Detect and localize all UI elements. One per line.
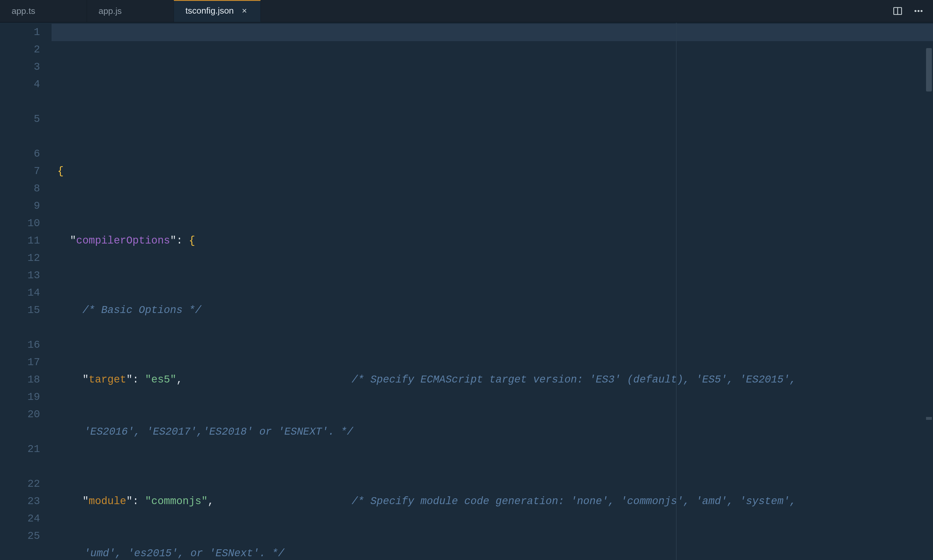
line-number: 22 [0, 475, 40, 493]
scrollbar-mark [926, 417, 932, 420]
svg-point-3 [918, 10, 920, 12]
key-module: module [89, 495, 126, 507]
line-number: 19 [0, 389, 40, 406]
svg-point-4 [921, 10, 922, 12]
key-target: target [89, 374, 126, 386]
comment: 'ES2016', 'ES2017','ES2018' or 'ESNEXT'.… [84, 426, 353, 438]
line-number: 18 [0, 371, 40, 389]
line-number: 15 [0, 302, 40, 319]
more-actions-icon[interactable] [913, 6, 924, 16]
scroll-thumb[interactable] [926, 48, 932, 91]
line-number: 12 [0, 249, 40, 267]
tab-app-js[interactable]: app.js [87, 0, 174, 22]
line-number: 2 [0, 41, 40, 58]
line-number: 9 [0, 197, 40, 215]
comment: /* Specify ECMAScript target version: 'E… [352, 374, 802, 386]
code-content: { "compilerOptions": { /* Basic Options … [52, 111, 916, 560]
line-number: 25 [0, 528, 40, 545]
value-target: "es5" [145, 374, 176, 386]
line-number-gutter: 1234567891011121314151617181920212223242… [0, 23, 52, 560]
line-number: 17 [0, 354, 40, 371]
tab-label: app.js [99, 6, 122, 16]
tabbar-spacer [261, 0, 883, 22]
tab-bar: app.ts app.js tsconfig.json × [0, 0, 933, 23]
line-number: 24 [0, 510, 40, 528]
line-number: 10 [0, 215, 40, 232]
current-line-highlight [52, 24, 933, 41]
tab-label: app.ts [12, 6, 35, 16]
line-number: 1 [0, 24, 40, 41]
line-number: 14 [0, 285, 40, 302]
line-number: 3 [0, 58, 40, 76]
line-number: 7 [0, 163, 40, 180]
line-number: 23 [0, 493, 40, 510]
svg-point-2 [914, 10, 916, 12]
tab-tsconfig-json[interactable]: tsconfig.json × [174, 0, 261, 22]
line-number: 16 [0, 337, 40, 354]
split-editor-icon[interactable] [893, 6, 903, 16]
scrollbar-vertical[interactable] [925, 46, 933, 560]
line-number: 5 [0, 111, 40, 128]
brace-open: { [57, 165, 64, 177]
tab-label: tsconfig.json [185, 6, 234, 15]
tab-actions [883, 0, 933, 22]
line-number: 6 [0, 145, 40, 163]
comment: /* Specify module code generation: 'none… [352, 495, 802, 507]
line-number [0, 319, 40, 337]
line-number [0, 458, 40, 475]
close-icon[interactable]: × [242, 6, 247, 15]
code-area[interactable]: { "compilerOptions": { /* Basic Options … [52, 23, 933, 560]
line-number [0, 93, 40, 111]
line-number: 4 [0, 76, 40, 93]
editor[interactable]: 1234567891011121314151617181920212223242… [0, 23, 933, 560]
key-compilerOptions: compilerOptions [76, 235, 170, 247]
line-number: 8 [0, 180, 40, 197]
comment: /* Basic Options */ [82, 304, 201, 316]
tab-app-ts[interactable]: app.ts [0, 0, 87, 22]
line-number: 11 [0, 232, 40, 249]
line-number [0, 423, 40, 441]
line-number: 21 [0, 441, 40, 458]
line-number [0, 128, 40, 145]
line-number: 20 [0, 406, 40, 423]
comment: 'umd', 'es2015', or 'ESNext'. */ [84, 548, 284, 559]
value-module: "commonjs" [145, 495, 207, 507]
line-number: 13 [0, 267, 40, 285]
